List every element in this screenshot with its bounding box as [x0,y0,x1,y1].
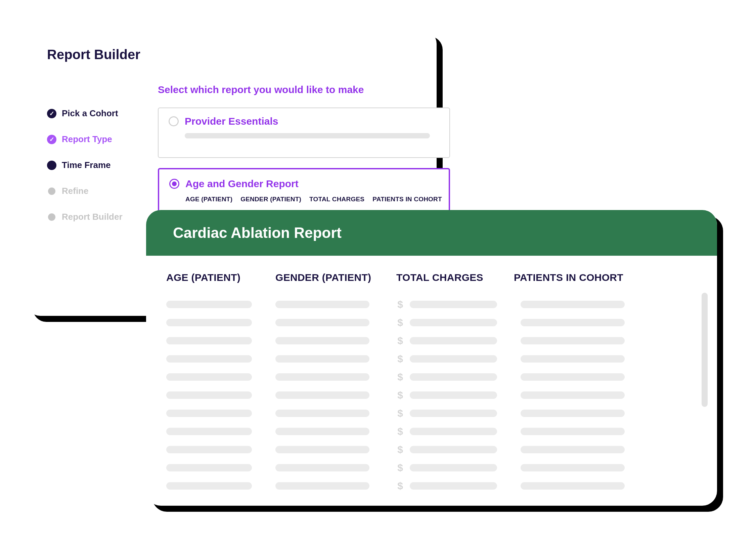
table-row: $ [166,350,697,368]
currency-symbol: $ [396,426,403,437]
report-option-provider-essentials[interactable]: Provider Essentials [158,108,450,158]
placeholder-cell [166,391,252,399]
placeholder-cell [521,355,625,363]
preview-column-header: TOTAL CHARGES [309,196,364,203]
placeholder-cell [410,464,497,471]
currency-symbol: $ [396,299,403,310]
placeholder-cell [521,428,625,435]
currency-symbol: $ [396,389,403,401]
scrollbar-thumb[interactable] [702,293,708,407]
step-label: Report Type [62,134,112,144]
table-row: $ [166,404,697,422]
placeholder-cell [410,391,497,399]
step-refine: Refine [47,186,148,196]
table-row: $ [166,314,697,332]
step-label: Refine [62,186,88,196]
radio-icon[interactable] [169,116,179,126]
placeholder-cell [275,428,369,435]
report-column-header: GENDER (PATIENT) [275,272,390,283]
step-time-frame[interactable]: Time Frame [47,160,148,170]
preview-column-header: GENDER (PATIENT) [240,196,301,203]
placeholder-cell [410,301,497,308]
placeholder-cell [166,482,252,490]
placeholder-cell [521,373,625,381]
step-report-type[interactable]: ✓ Report Type [47,134,148,144]
step-report-builder: Report Builder [47,212,148,222]
placeholder-cell [275,373,369,381]
placeholder-cell [275,391,369,399]
placeholder-cell [275,446,369,453]
placeholder-cell [410,410,497,417]
radio-dot-icon [172,181,177,186]
table-row: $ [166,386,697,404]
placeholder-cell [410,319,497,326]
step-pick-a-cohort[interactable]: ✓ Pick a Cohort [47,108,148,119]
preview-column-header: AGE (PATIENT) [185,196,232,203]
currency-symbol: $ [396,408,403,419]
placeholder-cell [166,355,252,363]
currency-symbol: $ [396,317,403,328]
step-label: Report Builder [62,212,123,222]
currency-symbol: $ [396,335,403,346]
placeholder-cell [521,301,625,308]
placeholder-cell [521,319,625,326]
report-builder-title: Report Builder [47,47,140,62]
step-label: Pick a Cohort [62,108,118,119]
placeholder-cell [410,428,497,435]
table-row: $ [166,368,697,386]
preview-column-header: PATIENTS IN COHORT [372,196,442,203]
option-title: Provider Essentials [185,116,278,127]
currency-symbol: $ [396,462,403,473]
placeholder-cell [275,319,369,326]
step-label: Time Frame [62,160,110,170]
placeholder-cell [275,301,369,308]
table-row: $ [166,441,697,459]
currency-symbol: $ [396,444,403,455]
currency-symbol: $ [396,371,403,383]
placeholder-cell [275,355,369,363]
placeholder-cell [275,337,369,344]
report-preview-card: Cardiac Ablation Report AGE (PATIENT) GE… [146,210,717,506]
placeholder-cell [166,446,252,453]
placeholder-cell [410,373,497,381]
check-icon: ✓ [47,135,56,144]
wizard-steps: ✓ Pick a Cohort ✓ Report Type Time Frame… [47,108,148,238]
currency-symbol: $ [396,353,403,365]
report-title: Cardiac Ablation Report [173,224,342,241]
placeholder-cell [166,464,252,471]
placeholder-line [185,133,430,138]
radio-icon[interactable] [169,179,179,189]
dot-icon [48,213,55,221]
placeholder-cell [166,301,252,308]
placeholder-cell [275,464,369,471]
placeholder-cell [275,482,369,490]
table-row: $ [166,332,697,350]
dot-icon [47,161,56,170]
placeholder-cell [275,410,369,417]
currency-symbol: $ [396,480,403,492]
placeholder-cell [410,337,497,344]
report-builder-subtitle: Select which report you would like to ma… [158,84,364,95]
table-row: $ [166,422,697,441]
placeholder-cell [521,391,625,399]
placeholder-cell [166,410,252,417]
placeholder-cell [521,446,625,453]
placeholder-cell [521,464,625,471]
placeholder-cell [166,373,252,381]
placeholder-cell [521,410,625,417]
report-column-header: TOTAL CHARGES [396,272,507,283]
placeholder-cell [521,337,625,344]
report-column-header: PATIENTS IN COHORT [514,272,697,283]
placeholder-cell [410,355,497,363]
placeholder-cell [410,482,497,490]
placeholder-cell [166,319,252,326]
placeholder-cell [521,482,625,490]
placeholder-cell [410,446,497,453]
check-icon: ✓ [47,109,56,118]
table-row: $ [166,477,697,495]
report-header: Cardiac Ablation Report [146,210,717,256]
report-rows: $$$$$$$$$$$ [166,295,697,495]
placeholder-cell [166,337,252,344]
table-row: $ [166,295,697,314]
option-title: Age and Gender Report [185,178,299,190]
